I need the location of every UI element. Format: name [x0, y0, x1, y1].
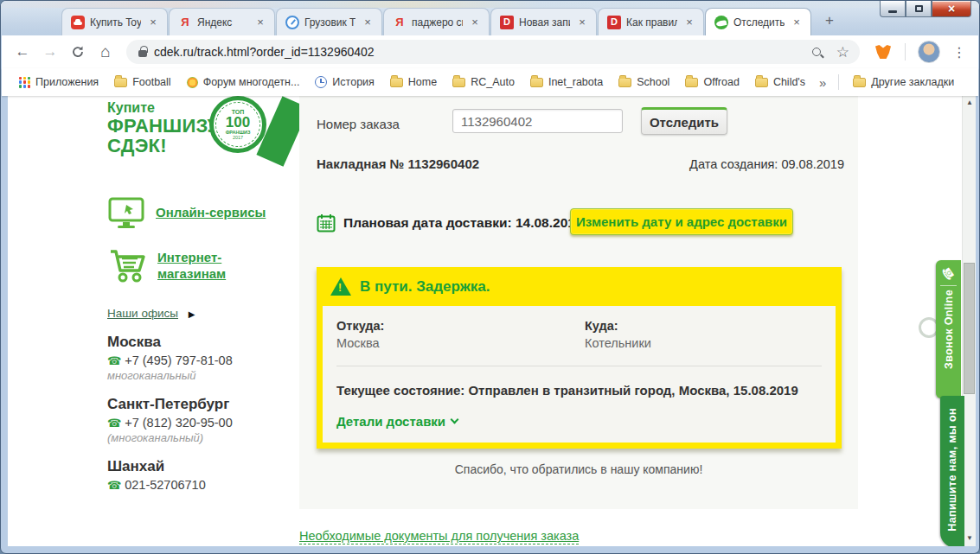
- thanks-message: Спасибо, что обратились в нашу компанию!: [299, 462, 858, 476]
- franchise-banner[interactable]: Купите ФРАНШИЗУ СДЭК! ТОП 100 ФРАНШИЗ 20…: [107, 101, 293, 177]
- gauge-icon: [285, 16, 299, 29]
- bookmark-school[interactable]: School: [612, 73, 676, 91]
- bookmark-label: School: [637, 76, 669, 88]
- new-tab-button[interactable]: +: [817, 10, 842, 34]
- creation-date: Дата создания: 09.08.2019: [689, 157, 844, 171]
- bookmark-rc-auto[interactable]: RC_Auto: [445, 73, 522, 91]
- bookmark-forum[interactable]: Форум многодетн...: [180, 73, 307, 91]
- scrollbar-thumb[interactable]: [964, 263, 975, 394]
- bookmark-label: RC_Auto: [471, 76, 515, 88]
- bookmark-inet-rabota[interactable]: Inet_rabota: [523, 73, 610, 91]
- browser-window: Купить Toyo × Я Яндекс × Грузовик Те × Я…: [0, 0, 980, 554]
- online-shops-link[interactable]: Интернет- магазинам: [157, 250, 226, 283]
- zoom-icon[interactable]: [812, 48, 821, 56]
- order-number-input[interactable]: [452, 109, 623, 133]
- tab-drive2-new[interactable]: D Новая запис ×: [490, 8, 597, 35]
- bookmarks-bar: Приложения Football Форум многодетн... И…: [2, 68, 978, 96]
- change-delivery-button[interactable]: Изменить дату и адрес доставки: [570, 208, 793, 235]
- forward-button[interactable]: →: [38, 40, 62, 64]
- call-online-label: Звонок Online: [943, 290, 955, 369]
- city-spb: Санкт-Петербург ☎+7 (812) 320-95-00 (мно…: [107, 396, 293, 444]
- tab-label: Новая запис: [519, 16, 570, 29]
- tab-close-icon[interactable]: ×: [468, 16, 482, 29]
- maximize-icon: [915, 5, 923, 12]
- scroll-down-button[interactable]: ▼: [963, 532, 976, 544]
- metamask-extension-icon[interactable]: [875, 45, 891, 59]
- track-button[interactable]: Отследить: [641, 107, 727, 135]
- folder-icon: [755, 78, 768, 87]
- bookmark-history[interactable]: История: [308, 73, 381, 91]
- browser-menu-button[interactable]: ⋮: [949, 44, 970, 60]
- city-phone: ☎021-52706710: [107, 478, 293, 492]
- bookmark-label: Football: [132, 76, 170, 88]
- required-documents-link[interactable]: Необходимые документы для получения зака…: [299, 529, 579, 544]
- call-online-tab[interactable]: ☎ Звонок Online: [936, 260, 961, 398]
- tab-pajero[interactable]: Я паджеро сп ×: [383, 8, 490, 35]
- bookmark-star-icon[interactable]: ☆: [836, 43, 849, 61]
- chat-label: Напишите нам, мы он: [946, 408, 958, 532]
- status-header: ! В пути. Задержка.: [317, 267, 842, 306]
- bookmarks-separator: [838, 74, 839, 90]
- chat-tab[interactable]: Напишите нам, мы он: [940, 396, 964, 546]
- bookmark-football[interactable]: Football: [107, 73, 177, 91]
- tab-yandex[interactable]: Я Яндекс ×: [169, 8, 275, 35]
- bookmark-label: Offroad: [703, 76, 739, 88]
- tab-label: Яндекс: [197, 16, 248, 29]
- status-divider: [336, 366, 822, 366]
- tab-close-icon[interactable]: ×: [790, 16, 804, 29]
- bookmark-other[interactable]: Другие закладки: [846, 73, 961, 91]
- toolbar-separator: [905, 43, 906, 60]
- bookmark-label: Другие закладки: [871, 76, 954, 88]
- route-to: Куда: Котельники: [585, 319, 651, 350]
- tab-drive2-how[interactable]: D Как правиль ×: [598, 8, 704, 35]
- drive2-icon: D: [500, 16, 514, 29]
- tab-close-icon[interactable]: ×: [361, 16, 375, 29]
- cdek-icon: [714, 16, 728, 29]
- to-label: Куда:: [585, 319, 651, 333]
- close-icon: ×: [948, 2, 955, 16]
- profile-avatar[interactable]: [918, 41, 940, 63]
- url-text[interactable]: cdek.ru/track.html?order_id=1132960402: [154, 45, 812, 59]
- city-phone: ☎+7 (495) 797-81-08: [107, 353, 293, 367]
- online-services-row: Онлайн-сервисы: [107, 196, 293, 229]
- window-close-button[interactable]: ×: [932, 1, 971, 17]
- city-name: Шанхай: [107, 458, 293, 475]
- planned-delivery-date: Плановая дата доставки: 14.08.2019: [343, 215, 583, 231]
- minimize-icon: [888, 10, 897, 13]
- route-from: Откуда: Москва: [336, 319, 585, 350]
- bookmark-label: Приложения: [35, 76, 99, 88]
- tab-cdek-track-active[interactable]: Отследить з ×: [705, 8, 811, 35]
- tab-close-icon[interactable]: ×: [253, 16, 267, 29]
- call-tab-divider: [940, 285, 957, 286]
- bookmark-home[interactable]: Home: [383, 73, 444, 91]
- calendar-icon: [317, 213, 336, 232]
- address-bar[interactable]: cdek.ru/track.html?order_id=1132960402 ☆: [126, 40, 860, 64]
- status-box: ! В пути. Задержка. Откуда: Москва Куда:…: [317, 267, 842, 449]
- window-minimize-button[interactable]: [880, 1, 906, 17]
- bookmark-apps[interactable]: Приложения: [12, 73, 106, 91]
- tab-label: Отследить з: [733, 16, 785, 29]
- delivery-details-link[interactable]: Детали доставки: [336, 414, 822, 429]
- refresh-button[interactable]: [66, 40, 90, 64]
- tab-gruzovik[interactable]: Грузовик Те ×: [276, 8, 382, 35]
- back-button[interactable]: ←: [10, 40, 35, 64]
- tab-close-icon[interactable]: ×: [146, 16, 160, 29]
- bookmarks-overflow-button[interactable]: »: [814, 75, 831, 90]
- offices-link[interactable]: Наши офисы: [107, 307, 178, 320]
- bookmark-label: История: [332, 76, 374, 88]
- tab-strip: Купить Toyo × Я Яндекс × Грузовик Те × Я…: [1, 1, 979, 35]
- folder-icon: [452, 78, 465, 87]
- online-services-link[interactable]: Онлайн-сервисы: [156, 205, 266, 221]
- tab-close-icon[interactable]: ×: [682, 16, 696, 29]
- bookmark-label: Child's: [773, 76, 805, 88]
- window-maximize-button[interactable]: [906, 1, 932, 17]
- tab-drom[interactable]: Купить Toyo ×: [61, 8, 168, 35]
- online-shops-row: Интернет- магазинам: [107, 248, 293, 284]
- bookmark-label: Home: [408, 76, 437, 88]
- tab-close-icon[interactable]: ×: [575, 16, 589, 29]
- bookmark-offroad[interactable]: Offroad: [678, 73, 746, 91]
- tracking-panel: Номер заказа Отследить Накладная № 11329…: [299, 96, 858, 509]
- bookmark-childs[interactable]: Child's: [748, 73, 812, 91]
- home-button[interactable]: ⌂: [93, 40, 118, 64]
- scroll-up-button[interactable]: ▲: [963, 96, 976, 109]
